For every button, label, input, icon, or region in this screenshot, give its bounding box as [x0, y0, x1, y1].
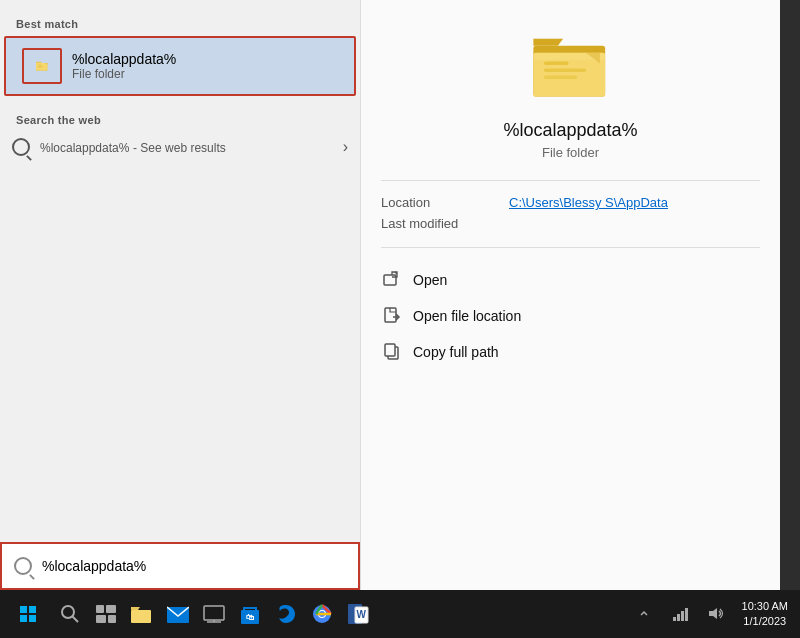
svg-rect-3 [38, 65, 42, 66]
chevron-right-icon: › [343, 138, 348, 156]
store-button[interactable]: 🛍 [234, 598, 266, 630]
svg-rect-23 [96, 605, 104, 613]
svg-marker-9 [533, 39, 563, 46]
search-input[interactable] [42, 558, 346, 574]
windows-logo-icon [20, 606, 36, 622]
clock-time: 10:30 AM [742, 599, 788, 614]
web-search-text: %localappdata% - See web results [40, 140, 226, 155]
clock[interactable]: 10:30 AM 1/1/2023 [734, 599, 796, 630]
copy-full-path-label: Copy full path [413, 344, 499, 360]
right-panel: %localappdata% File folder Location C:\U… [360, 0, 780, 590]
start-button[interactable] [4, 590, 52, 638]
file-location-icon [381, 305, 403, 327]
location-label: Location [381, 195, 501, 210]
best-match-text: %localappdata% File folder [72, 51, 176, 81]
open-file-location-label: Open file location [413, 308, 521, 324]
result-title: %localappdata% [503, 120, 637, 141]
svg-rect-5 [38, 67, 43, 68]
last-modified-value [509, 216, 760, 231]
best-match-item[interactable]: %localappdata% File folder [4, 36, 356, 96]
start-menu: Best match %localappdata% [0, 0, 780, 590]
taskbar-search-icon [14, 557, 32, 575]
best-match-name: %localappdata% [72, 51, 176, 67]
action-list: Open Open file location [381, 262, 760, 370]
svg-rect-12 [543, 76, 576, 80]
svg-rect-11 [543, 69, 585, 73]
svg-rect-4 [38, 66, 44, 67]
divider-1 [381, 180, 760, 181]
svg-rect-44 [685, 608, 688, 621]
svg-marker-2 [36, 62, 42, 63]
taskbar-right: 10:30 AM 1/1/2023 [626, 598, 796, 630]
clock-date: 1/1/2023 [742, 614, 788, 629]
edge-button[interactable] [270, 598, 302, 630]
last-modified-label: Last modified [381, 216, 501, 231]
svg-text:W: W [357, 609, 367, 620]
svg-rect-26 [108, 615, 116, 623]
task-view-button[interactable] [90, 598, 122, 630]
svg-point-21 [62, 606, 74, 618]
search-icon [12, 138, 30, 156]
search-web-label: Search the web [0, 108, 360, 130]
open-icon [381, 269, 403, 291]
folder-large-icon [531, 30, 611, 104]
info-grid: Location C:\Users\Blessy S\AppData Last … [381, 195, 760, 231]
taskbar-search-button[interactable] [54, 598, 86, 630]
search-bar-container[interactable] [0, 542, 360, 590]
divider-2 [381, 247, 760, 248]
svg-rect-41 [673, 617, 676, 621]
svg-rect-27 [131, 610, 151, 623]
copy-path-icon [381, 341, 403, 363]
svg-marker-45 [709, 608, 717, 619]
result-subtitle: File folder [542, 145, 599, 160]
mail-button[interactable] [162, 598, 194, 630]
tray-arrow-icon[interactable] [628, 598, 660, 630]
left-panel: Best match %localappdata% [0, 0, 360, 590]
best-match-type: File folder [72, 67, 176, 81]
taskbar: 🛍 W [0, 590, 800, 638]
best-match-label: Best match [0, 12, 360, 34]
svg-rect-42 [677, 614, 680, 621]
svg-rect-20 [385, 344, 395, 356]
svg-rect-10 [543, 62, 568, 66]
folder-icon-small [22, 48, 62, 84]
open-label: Open [413, 272, 447, 288]
file-explorer-button[interactable] [126, 598, 158, 630]
svg-rect-43 [681, 611, 684, 621]
network-icon[interactable] [664, 598, 696, 630]
word-button[interactable]: W [342, 598, 374, 630]
open-file-location-action[interactable]: Open file location [381, 298, 760, 334]
svg-text:🛍: 🛍 [246, 613, 254, 622]
open-action[interactable]: Open [381, 262, 760, 298]
remote-desktop-button[interactable] [198, 598, 230, 630]
volume-icon[interactable] [700, 598, 732, 630]
svg-line-22 [73, 617, 79, 623]
svg-rect-24 [106, 605, 116, 613]
svg-marker-28 [131, 607, 140, 610]
svg-rect-25 [96, 615, 106, 623]
location-value[interactable]: C:\Users\Blessy S\AppData [509, 195, 760, 210]
copy-full-path-action[interactable]: Copy full path [381, 334, 760, 370]
svg-rect-30 [204, 606, 224, 620]
web-search-item[interactable]: %localappdata% - See web results › [0, 130, 360, 164]
chrome-button[interactable] [306, 598, 338, 630]
